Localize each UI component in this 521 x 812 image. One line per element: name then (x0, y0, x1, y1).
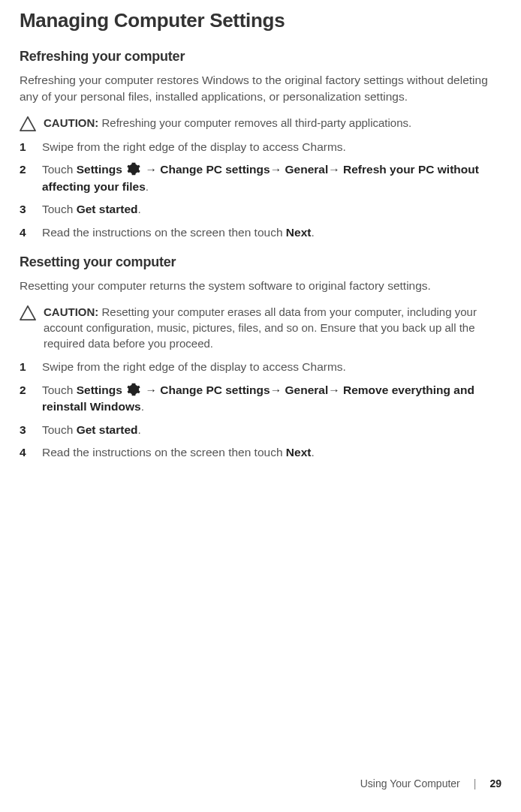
caution-text: CAUTION: Refreshing your computer remove… (44, 116, 411, 131)
refresh-steps: Swipe from the right edge of the display… (20, 139, 501, 241)
refresh-intro: Refreshing your computer restores Window… (20, 72, 501, 105)
step-text: Read the instructions on the screen then… (42, 224, 501, 241)
step-text: Swipe from the right edge of the display… (42, 139, 501, 155)
page-footer: Using Your Computer | 29 (20, 770, 501, 794)
list-item: Touch Get started. (20, 422, 501, 438)
caution-body: Resetting your computer erases all data … (44, 305, 477, 349)
list-item: Swipe from the right edge of the display… (20, 359, 501, 375)
caution-reset: CAUTION: Resetting your computer erases … (20, 305, 501, 351)
reset-steps: Swipe from the right edge of the display… (20, 359, 501, 461)
caution-label: CAUTION: (44, 116, 98, 129)
list-item: Swipe from the right edge of the display… (20, 139, 501, 155)
reset-intro: Resetting your computer returns the syst… (20, 278, 501, 294)
caution-refresh: CAUTION: Refreshing your computer remove… (20, 116, 501, 131)
list-item: Touch Get started. (20, 201, 501, 218)
step-text: Swipe from the right edge of the display… (42, 359, 501, 375)
section-heading-refresh: Refreshing your computer (20, 49, 501, 65)
caution-icon (20, 116, 36, 131)
step-text: Touch Settings → Change PC settings→ Gen… (42, 382, 501, 416)
step-text: Read the instructions on the screen then… (42, 444, 501, 461)
footer-chapter: Using Your Computer (360, 777, 460, 789)
section-heading-reset: Resetting your computer (20, 254, 501, 270)
page-title: Managing Computer Settings (20, 9, 501, 32)
step-text: Touch Get started. (42, 201, 501, 218)
list-item: Touch Settings → Change PC settings→ Gen… (20, 161, 501, 195)
gear-icon (127, 383, 140, 396)
gear-icon (127, 162, 140, 176)
footer-page-number: 29 (489, 777, 501, 789)
step-text: Touch Settings → Change PC settings→ Gen… (42, 161, 501, 195)
caution-text: CAUTION: Resetting your computer erases … (44, 305, 501, 351)
list-item: Read the instructions on the screen then… (20, 224, 501, 241)
list-item: Touch Settings → Change PC settings→ Gen… (20, 382, 501, 416)
step-text: Touch Get started. (42, 422, 501, 438)
footer-separator: | (474, 777, 477, 789)
caution-label: CAUTION: (44, 305, 98, 318)
caution-body: Refreshing your computer removes all thi… (98, 116, 411, 129)
list-item: Read the instructions on the screen then… (20, 444, 501, 461)
caution-icon (20, 305, 36, 320)
